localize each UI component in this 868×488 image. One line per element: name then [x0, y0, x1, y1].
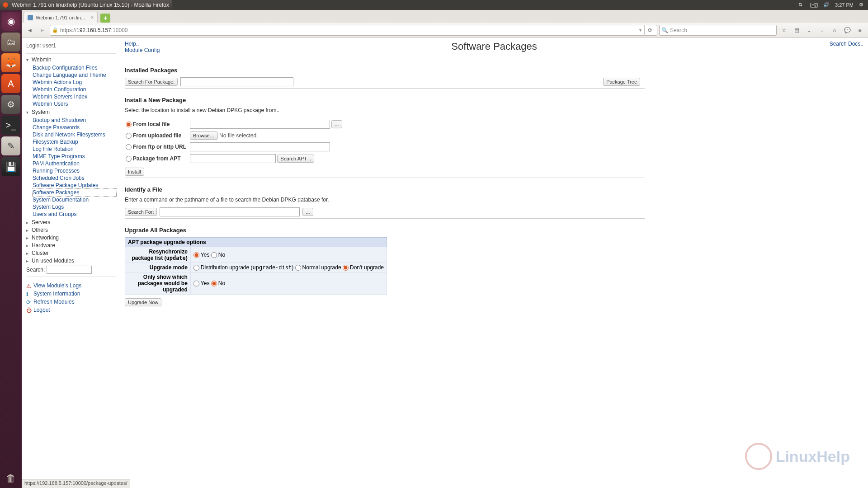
package-tree-button[interactable]: Package Tree: [603, 78, 640, 86]
category-webmin[interactable]: Webmin: [26, 56, 116, 63]
status-bar: https://192.168.5.157:10000/package-upda…: [22, 479, 130, 488]
home-icon[interactable]: ⌂: [829, 25, 840, 36]
sidebar-item[interactable]: Change Language and Theme: [33, 71, 116, 79]
bookmark-star-icon[interactable]: ☆: [778, 25, 789, 36]
from-url-radio[interactable]: [126, 144, 132, 150]
sidebar-item[interactable]: MIME Type Programs: [33, 153, 116, 160]
category-networking[interactable]: Networking: [26, 235, 116, 241]
logout-link[interactable]: ⏻Logout: [26, 306, 116, 314]
browser-tab[interactable]: Webmin 1.791 on lin... ×: [24, 12, 98, 23]
search-package-button[interactable]: Search For Package:: [125, 78, 178, 86]
settings-icon[interactable]: ⚙: [1, 95, 20, 114]
pocket-icon[interactable]: ⌄: [804, 25, 815, 36]
dash-icon[interactable]: ◉: [1, 12, 20, 31]
firefox-icon[interactable]: 🦊: [1, 53, 20, 72]
new-tab-button[interactable]: +: [100, 14, 110, 23]
sidebar-item[interactable]: Webmin Servers Index: [33, 93, 116, 100]
search-for-button[interactable]: Search For:: [125, 208, 157, 216]
refresh-modules-link[interactable]: ⟳Refresh Modules: [26, 298, 116, 306]
menu-icon[interactable]: ≡: [854, 25, 865, 36]
network-icon[interactable]: ⇅: [798, 2, 805, 8]
from-apt-radio-label[interactable]: Package from APT: [126, 155, 181, 162]
onlyshow-no[interactable]: No: [211, 280, 225, 286]
category-others[interactable]: Others: [26, 227, 116, 233]
back-button[interactable]: ◄: [24, 25, 35, 36]
resync-label: Resynchronize package list (update): [125, 247, 191, 263]
local-file-browse-button[interactable]: ...: [331, 120, 342, 128]
reader-icon[interactable]: ▤: [791, 25, 802, 36]
disk-icon[interactable]: 💾: [1, 157, 20, 176]
onlyshow-yes[interactable]: Yes: [193, 280, 210, 286]
sidebar-item[interactable]: Scheduled Cron Jobs: [33, 174, 116, 182]
search-package-input[interactable]: [180, 77, 293, 86]
sidebar-item[interactable]: Users and Groups: [33, 211, 116, 218]
category-hardware[interactable]: Hardware: [26, 242, 116, 249]
sidebar-item-software-packages[interactable]: Software Packages: [33, 189, 116, 196]
from-apt-radio[interactable]: [126, 156, 132, 162]
mode-dont[interactable]: Don't upgrade: [343, 264, 384, 271]
from-local-radio-label[interactable]: From local file: [126, 121, 170, 127]
sidebar-item[interactable]: Software Package Updates: [33, 182, 116, 189]
identify-browse-button[interactable]: ...: [302, 208, 313, 216]
category-unused[interactable]: Un-used Modules: [26, 258, 116, 264]
tab-close-icon[interactable]: ×: [90, 14, 94, 21]
from-uploaded-radio-label[interactable]: From uploaded file: [126, 132, 181, 139]
module-config-link[interactable]: Module Config: [125, 47, 160, 53]
from-uploaded-radio[interactable]: [126, 133, 132, 139]
category-servers[interactable]: Servers: [26, 219, 116, 225]
sidebar-item[interactable]: Webmin Users: [33, 100, 116, 108]
help-link[interactable]: Help..: [125, 41, 160, 47]
sidebar-item[interactable]: Filesystem Backup: [33, 138, 116, 145]
clock[interactable]: 3:27 PM: [835, 2, 854, 8]
resync-yes[interactable]: Yes: [193, 252, 210, 258]
url-dropdown-icon[interactable]: ▾: [639, 28, 642, 33]
sidebar-item[interactable]: Backup Configuration Files: [33, 64, 116, 71]
search-bar[interactable]: 🔍 Search: [659, 25, 777, 36]
sidebar-item[interactable]: Disk and Network Filesystems: [33, 131, 116, 138]
sidebar-item[interactable]: System Logs: [33, 203, 116, 211]
from-local-radio[interactable]: [126, 122, 132, 127]
sidebar-search-input[interactable]: [47, 266, 92, 274]
window-close-button[interactable]: [3, 2, 8, 8]
url-bar[interactable]: 🔒 https://192.168.5.157:10000 ▾ ⟳: [50, 25, 657, 36]
search-apt-button[interactable]: Search APT ..: [277, 155, 314, 163]
url-input[interactable]: [190, 142, 330, 151]
gear-icon[interactable]: ⚙: [859, 2, 865, 8]
software-center-icon[interactable]: A: [1, 74, 20, 93]
files-icon[interactable]: 🗂: [1, 33, 20, 52]
browse-button[interactable]: Browse…: [190, 131, 218, 140]
sidebar-item[interactable]: Log File Rotation: [33, 145, 116, 153]
sidebar-item[interactable]: Change Passwords: [33, 124, 116, 131]
search-docs-link[interactable]: Search Docs..: [830, 41, 863, 47]
category-cluster[interactable]: Cluster: [26, 250, 116, 256]
sidebar-item[interactable]: Running Processes: [33, 167, 116, 174]
category-system[interactable]: System: [26, 109, 116, 115]
text-editor-icon[interactable]: ✎: [1, 136, 20, 155]
system-information-link[interactable]: ℹSystem Information: [26, 290, 116, 298]
sidebar-item[interactable]: Webmin Actions Log: [33, 79, 116, 86]
sound-icon[interactable]: 🔊: [823, 2, 830, 8]
chat-icon[interactable]: 💬: [842, 25, 853, 36]
lock-icon: 🔒: [52, 27, 58, 33]
upgrade-now-button[interactable]: Upgrade Now: [125, 298, 161, 306]
sidebar-item[interactable]: Bootup and Shutdown: [33, 117, 116, 124]
keyboard-lang-indicator[interactable]: En: [810, 3, 818, 8]
mode-normal[interactable]: Normal upgrade: [295, 264, 341, 271]
sidebar-item[interactable]: PAM Authentication: [33, 160, 116, 167]
view-module-logs-link[interactable]: ⚠View Module's Logs: [26, 282, 116, 290]
mode-dist[interactable]: Distribution upgrade (upgrade-dist): [193, 264, 293, 271]
identify-intro: Enter a command or the pathname of a fil…: [125, 197, 863, 203]
trash-icon[interactable]: 🗑: [1, 469, 20, 488]
reload-button[interactable]: ⟳: [644, 25, 655, 36]
sidebar-item[interactable]: Webmin Configuration: [33, 86, 116, 93]
install-button[interactable]: Install: [125, 168, 144, 176]
from-url-radio-label[interactable]: From ftp or http URL: [126, 144, 186, 150]
sidebar-item[interactable]: System Documentation: [33, 196, 116, 203]
downloads-icon[interactable]: ↓: [816, 25, 827, 36]
terminal-icon[interactable]: >_: [1, 116, 20, 135]
apt-input[interactable]: [190, 154, 276, 163]
identify-input[interactable]: [160, 207, 300, 216]
local-file-input[interactable]: [190, 120, 330, 129]
forward-button[interactable]: ►: [37, 25, 48, 36]
resync-no[interactable]: No: [211, 252, 225, 258]
